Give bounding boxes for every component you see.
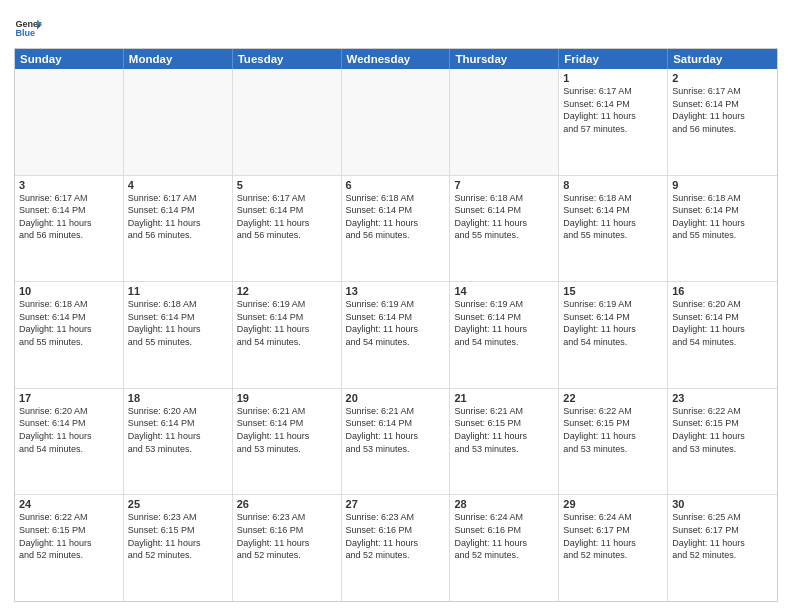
- day-info: Sunrise: 6:22 AM Sunset: 6:15 PM Dayligh…: [563, 405, 663, 455]
- day-number: 5: [237, 179, 337, 191]
- day-number: 15: [563, 285, 663, 297]
- day-info: Sunrise: 6:17 AM Sunset: 6:14 PM Dayligh…: [128, 192, 228, 242]
- day-number: 19: [237, 392, 337, 404]
- day-cell-27: 27Sunrise: 6:23 AM Sunset: 6:16 PM Dayli…: [342, 495, 451, 601]
- empty-cell-r0c0: [15, 69, 124, 175]
- day-cell-12: 12Sunrise: 6:19 AM Sunset: 6:14 PM Dayli…: [233, 282, 342, 388]
- header: General Blue: [14, 10, 778, 42]
- day-cell-22: 22Sunrise: 6:22 AM Sunset: 6:15 PM Dayli…: [559, 389, 668, 495]
- day-info: Sunrise: 6:19 AM Sunset: 6:14 PM Dayligh…: [346, 298, 446, 348]
- day-info: Sunrise: 6:18 AM Sunset: 6:14 PM Dayligh…: [672, 192, 773, 242]
- day-number: 3: [19, 179, 119, 191]
- day-info: Sunrise: 6:18 AM Sunset: 6:14 PM Dayligh…: [563, 192, 663, 242]
- day-number: 9: [672, 179, 773, 191]
- day-cell-21: 21Sunrise: 6:21 AM Sunset: 6:15 PM Dayli…: [450, 389, 559, 495]
- day-number: 16: [672, 285, 773, 297]
- day-cell-7: 7Sunrise: 6:18 AM Sunset: 6:14 PM Daylig…: [450, 176, 559, 282]
- day-info: Sunrise: 6:23 AM Sunset: 6:15 PM Dayligh…: [128, 511, 228, 561]
- day-info: Sunrise: 6:19 AM Sunset: 6:14 PM Dayligh…: [563, 298, 663, 348]
- day-number: 17: [19, 392, 119, 404]
- day-info: Sunrise: 6:18 AM Sunset: 6:14 PM Dayligh…: [346, 192, 446, 242]
- empty-cell-r0c4: [450, 69, 559, 175]
- day-info: Sunrise: 6:22 AM Sunset: 6:15 PM Dayligh…: [672, 405, 773, 455]
- day-number: 8: [563, 179, 663, 191]
- day-cell-25: 25Sunrise: 6:23 AM Sunset: 6:15 PM Dayli…: [124, 495, 233, 601]
- day-cell-9: 9Sunrise: 6:18 AM Sunset: 6:14 PM Daylig…: [668, 176, 777, 282]
- day-cell-26: 26Sunrise: 6:23 AM Sunset: 6:16 PM Dayli…: [233, 495, 342, 601]
- day-info: Sunrise: 6:22 AM Sunset: 6:15 PM Dayligh…: [19, 511, 119, 561]
- day-number: 30: [672, 498, 773, 510]
- calendar-body: 1Sunrise: 6:17 AM Sunset: 6:14 PM Daylig…: [15, 69, 777, 601]
- day-info: Sunrise: 6:21 AM Sunset: 6:14 PM Dayligh…: [346, 405, 446, 455]
- svg-text:Blue: Blue: [15, 28, 35, 38]
- day-cell-16: 16Sunrise: 6:20 AM Sunset: 6:14 PM Dayli…: [668, 282, 777, 388]
- calendar: SundayMondayTuesdayWednesdayThursdayFrid…: [14, 48, 778, 602]
- day-number: 10: [19, 285, 119, 297]
- day-cell-14: 14Sunrise: 6:19 AM Sunset: 6:14 PM Dayli…: [450, 282, 559, 388]
- day-number: 29: [563, 498, 663, 510]
- day-cell-30: 30Sunrise: 6:25 AM Sunset: 6:17 PM Dayli…: [668, 495, 777, 601]
- weekday-header-monday: Monday: [124, 49, 233, 69]
- empty-cell-r0c2: [233, 69, 342, 175]
- day-number: 27: [346, 498, 446, 510]
- day-info: Sunrise: 6:21 AM Sunset: 6:14 PM Dayligh…: [237, 405, 337, 455]
- day-info: Sunrise: 6:18 AM Sunset: 6:14 PM Dayligh…: [454, 192, 554, 242]
- day-number: 11: [128, 285, 228, 297]
- day-number: 4: [128, 179, 228, 191]
- day-info: Sunrise: 6:24 AM Sunset: 6:16 PM Dayligh…: [454, 511, 554, 561]
- calendar-header: SundayMondayTuesdayWednesdayThursdayFrid…: [15, 49, 777, 69]
- day-cell-5: 5Sunrise: 6:17 AM Sunset: 6:14 PM Daylig…: [233, 176, 342, 282]
- weekday-header-friday: Friday: [559, 49, 668, 69]
- day-info: Sunrise: 6:21 AM Sunset: 6:15 PM Dayligh…: [454, 405, 554, 455]
- weekday-header-saturday: Saturday: [668, 49, 777, 69]
- calendar-row-0: 1Sunrise: 6:17 AM Sunset: 6:14 PM Daylig…: [15, 69, 777, 175]
- day-info: Sunrise: 6:25 AM Sunset: 6:17 PM Dayligh…: [672, 511, 773, 561]
- calendar-row-2: 10Sunrise: 6:18 AM Sunset: 6:14 PM Dayli…: [15, 281, 777, 388]
- day-number: 14: [454, 285, 554, 297]
- day-info: Sunrise: 6:18 AM Sunset: 6:14 PM Dayligh…: [19, 298, 119, 348]
- day-cell-11: 11Sunrise: 6:18 AM Sunset: 6:14 PM Dayli…: [124, 282, 233, 388]
- day-cell-24: 24Sunrise: 6:22 AM Sunset: 6:15 PM Dayli…: [15, 495, 124, 601]
- day-cell-3: 3Sunrise: 6:17 AM Sunset: 6:14 PM Daylig…: [15, 176, 124, 282]
- day-info: Sunrise: 6:18 AM Sunset: 6:14 PM Dayligh…: [128, 298, 228, 348]
- day-info: Sunrise: 6:23 AM Sunset: 6:16 PM Dayligh…: [237, 511, 337, 561]
- page: General Blue SundayMondayTuesdayWednesda…: [0, 0, 792, 612]
- day-cell-19: 19Sunrise: 6:21 AM Sunset: 6:14 PM Dayli…: [233, 389, 342, 495]
- day-info: Sunrise: 6:17 AM Sunset: 6:14 PM Dayligh…: [672, 85, 773, 135]
- day-cell-13: 13Sunrise: 6:19 AM Sunset: 6:14 PM Dayli…: [342, 282, 451, 388]
- day-number: 25: [128, 498, 228, 510]
- day-number: 21: [454, 392, 554, 404]
- day-cell-29: 29Sunrise: 6:24 AM Sunset: 6:17 PM Dayli…: [559, 495, 668, 601]
- empty-cell-r0c1: [124, 69, 233, 175]
- day-cell-10: 10Sunrise: 6:18 AM Sunset: 6:14 PM Dayli…: [15, 282, 124, 388]
- weekday-header-thursday: Thursday: [450, 49, 559, 69]
- day-number: 1: [563, 72, 663, 84]
- day-info: Sunrise: 6:24 AM Sunset: 6:17 PM Dayligh…: [563, 511, 663, 561]
- day-number: 23: [672, 392, 773, 404]
- day-number: 13: [346, 285, 446, 297]
- day-info: Sunrise: 6:19 AM Sunset: 6:14 PM Dayligh…: [454, 298, 554, 348]
- day-cell-28: 28Sunrise: 6:24 AM Sunset: 6:16 PM Dayli…: [450, 495, 559, 601]
- day-cell-17: 17Sunrise: 6:20 AM Sunset: 6:14 PM Dayli…: [15, 389, 124, 495]
- day-cell-4: 4Sunrise: 6:17 AM Sunset: 6:14 PM Daylig…: [124, 176, 233, 282]
- day-info: Sunrise: 6:20 AM Sunset: 6:14 PM Dayligh…: [128, 405, 228, 455]
- weekday-header-sunday: Sunday: [15, 49, 124, 69]
- day-cell-20: 20Sunrise: 6:21 AM Sunset: 6:14 PM Dayli…: [342, 389, 451, 495]
- calendar-row-3: 17Sunrise: 6:20 AM Sunset: 6:14 PM Dayli…: [15, 388, 777, 495]
- calendar-row-1: 3Sunrise: 6:17 AM Sunset: 6:14 PM Daylig…: [15, 175, 777, 282]
- weekday-header-wednesday: Wednesday: [342, 49, 451, 69]
- logo-icon: General Blue: [14, 14, 42, 42]
- day-cell-1: 1Sunrise: 6:17 AM Sunset: 6:14 PM Daylig…: [559, 69, 668, 175]
- day-cell-2: 2Sunrise: 6:17 AM Sunset: 6:14 PM Daylig…: [668, 69, 777, 175]
- day-number: 24: [19, 498, 119, 510]
- day-number: 2: [672, 72, 773, 84]
- day-info: Sunrise: 6:23 AM Sunset: 6:16 PM Dayligh…: [346, 511, 446, 561]
- day-number: 28: [454, 498, 554, 510]
- weekday-header-tuesday: Tuesday: [233, 49, 342, 69]
- logo: General Blue: [14, 14, 46, 42]
- day-number: 7: [454, 179, 554, 191]
- day-number: 26: [237, 498, 337, 510]
- day-number: 22: [563, 392, 663, 404]
- day-number: 12: [237, 285, 337, 297]
- calendar-row-4: 24Sunrise: 6:22 AM Sunset: 6:15 PM Dayli…: [15, 494, 777, 601]
